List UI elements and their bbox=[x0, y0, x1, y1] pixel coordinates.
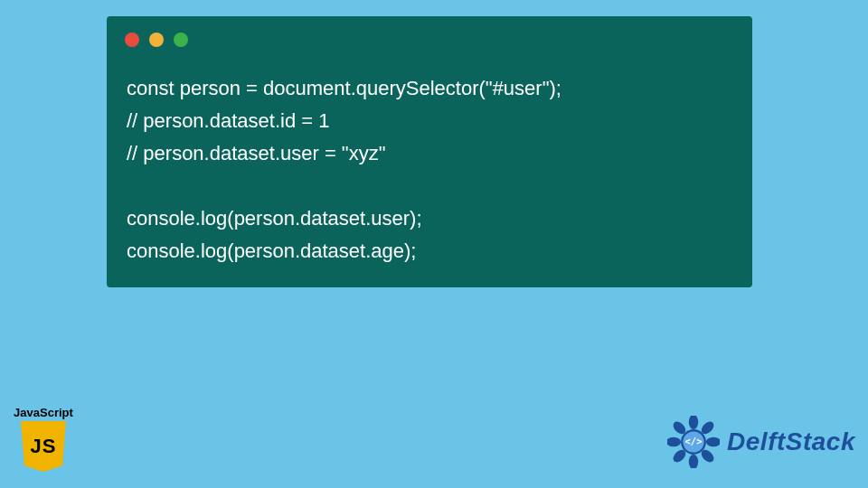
svg-point-2 bbox=[667, 437, 681, 446]
javascript-label: JavaScript bbox=[7, 406, 80, 419]
zoom-dot-icon bbox=[174, 33, 188, 47]
code-card: const person = document.querySelector("#… bbox=[107, 16, 752, 287]
svg-point-1 bbox=[689, 455, 698, 468]
svg-point-0 bbox=[689, 416, 698, 429]
minimize-dot-icon bbox=[149, 33, 164, 47]
delftstack-logo-icon: </> bbox=[667, 416, 720, 468]
js-shield-text: JS bbox=[31, 435, 57, 458]
svg-text:</>: </> bbox=[685, 436, 703, 446]
code-block: const person = document.querySelector("#… bbox=[127, 72, 561, 267]
javascript-badge: JavaScript JS bbox=[7, 406, 80, 472]
js-shield-icon: JS bbox=[21, 421, 66, 472]
close-dot-icon bbox=[125, 33, 139, 47]
svg-point-3 bbox=[706, 437, 720, 446]
window-traffic-lights bbox=[125, 33, 188, 47]
delftstack-text: DelftStack bbox=[727, 427, 855, 456]
delftstack-badge: </> DelftStack bbox=[667, 416, 855, 468]
